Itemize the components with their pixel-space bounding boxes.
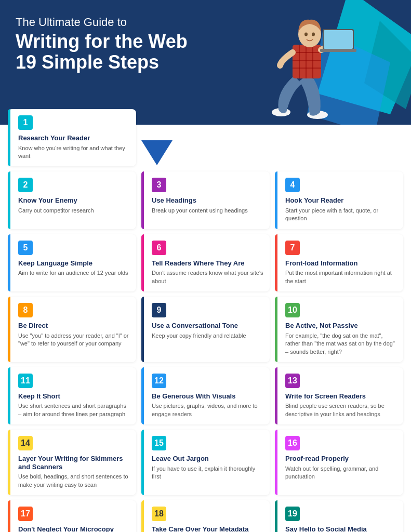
step-title-12: Be Generous With Visuals — [152, 392, 263, 401]
step-badge-14: 14 — [18, 436, 33, 450]
step-badge-12: 12 — [152, 374, 166, 388]
step-title-9: Use a Conversational Tone — [152, 322, 263, 330]
step-card-2: 2 Know Your Enemy Carry out competitor r… — [8, 171, 136, 229]
step-card-4: 4 Hook Your Reader Start your piece with… — [275, 171, 403, 229]
svg-rect-13 — [324, 30, 353, 49]
step-desc-1: Know who you're writing for and what the… — [18, 144, 130, 161]
step-title-15: Leave Out Jargon — [152, 455, 263, 463]
step-card-13: 13 Write for Screen Readers Blind people… — [275, 367, 403, 424]
step-card-1: 1 Research Your Reader Know who you're w… — [8, 109, 136, 166]
step-card-16: 16 Proof-read Properly Watch out for spe… — [275, 430, 403, 495]
card-bar-6 — [141, 234, 144, 291]
step-card-3: 3 Use Headings Break up your content usi… — [141, 171, 270, 229]
header-person — [266, 3, 359, 125]
step-title-3: Use Headings — [152, 196, 263, 205]
step-title-1: Research Your Reader — [18, 134, 130, 142]
step-desc-5: Aim to write for an audience of 12 year … — [18, 269, 130, 277]
step-card-14: 14 Layer Your Writing for Skimmers and S… — [8, 430, 136, 495]
step-card-17: 17 Don't Neglect Your Microcopy It's sma… — [8, 500, 136, 532]
step-title-10: Be Active, Not Passive — [285, 322, 397, 330]
svg-point-17 — [312, 33, 315, 36]
card-bar-16 — [275, 430, 277, 495]
step-title-18: Take Care Over Your Metadata — [152, 525, 263, 532]
step-desc-2: Carry out competitor research — [18, 207, 130, 215]
step-card-6: 6 Tell Readers Where They Are Don't assu… — [141, 234, 270, 291]
step-title-19: Say Hello to Social Media — [285, 525, 397, 532]
step-title-13: Write for Screen Readers — [285, 392, 397, 401]
step-desc-11: Use short sentences and short paragraphs… — [18, 402, 130, 418]
step-badge-1: 1 — [18, 115, 33, 130]
step-desc-12: Use pictures, graphs, videos, and more t… — [152, 402, 263, 418]
step-title-14: Layer Your Writing for Skimmers and Scan… — [18, 455, 130, 471]
step-desc-6: Don't assume readers know what your site… — [152, 269, 263, 285]
card-bar-13 — [275, 367, 277, 424]
card-bar-11 — [8, 367, 10, 424]
step-badge-8: 8 — [18, 303, 33, 317]
step-card-5: 5 Keep Language Simple Aim to write for … — [8, 234, 136, 291]
header-main-title: Writing for the Web 19 Simple Steps — [16, 31, 234, 72]
card-bar-15 — [141, 430, 144, 495]
steps-area: 1 Research Your Reader Know who you're w… — [0, 109, 411, 532]
card-bar-19 — [275, 500, 277, 532]
card-bar-3 — [141, 171, 144, 229]
step-badge-4: 4 — [285, 178, 300, 192]
header-title: The Ultimate Guide to Writing for the We… — [16, 16, 234, 72]
step-card-15: 15 Leave Out Jargon If you have to use i… — [141, 430, 270, 495]
step-badge-5: 5 — [18, 241, 33, 255]
card-bar-9 — [141, 297, 144, 362]
step-card-7: 7 Front-load Information Put the most im… — [275, 234, 403, 291]
step-title-11: Keep It Short — [18, 392, 130, 401]
card-bar-1 — [8, 109, 10, 166]
card-bar-2 — [8, 171, 10, 229]
card-bar-17 — [8, 500, 10, 532]
row-2: 2 Know Your Enemy Carry out competitor r… — [8, 171, 403, 229]
person-illustration — [266, 3, 359, 123]
step-badge-13: 13 — [285, 374, 300, 388]
step-badge-3: 3 — [152, 178, 166, 192]
step-title-7: Front-load Information — [285, 259, 397, 268]
card-bar-10 — [275, 297, 277, 362]
step-badge-10: 10 — [285, 303, 300, 317]
row-3: 5 Keep Language Simple Aim to write for … — [8, 234, 403, 291]
step-badge-17: 17 — [18, 507, 33, 521]
step-title-16: Proof-read Properly — [285, 455, 397, 463]
step-desc-7: Put the most important information right… — [285, 269, 397, 285]
step-desc-9: Keep your copy friendly and relatable — [152, 332, 263, 340]
step-badge-9: 9 — [152, 303, 166, 317]
step-title-5: Keep Language Simple — [18, 259, 130, 268]
step-desc-14: Use bold, headings, and short sentences … — [18, 473, 130, 489]
step-desc-3: Break up your content using headings — [152, 207, 263, 215]
blue-arrow — [141, 140, 173, 166]
step-card-9: 9 Use a Conversational Tone Keep your co… — [141, 297, 270, 362]
step-card-18: 18 Take Care Over Your Metadata Meta tit… — [141, 500, 270, 532]
step-title-2: Know Your Enemy — [18, 196, 130, 205]
card-bar-14 — [8, 430, 10, 495]
card-bar-18 — [141, 500, 144, 532]
row-6: 14 Layer Your Writing for Skimmers and S… — [8, 430, 403, 495]
header-subtitle: The Ultimate Guide to — [16, 16, 234, 29]
step-badge-15: 15 — [152, 436, 166, 450]
step-card-19: 19 Say Hello to Social Media Share acros… — [275, 500, 403, 532]
row-7: 17 Don't Neglect Your Microcopy It's sma… — [8, 500, 403, 532]
step-desc-13: Blind people use screen readers, so be d… — [285, 402, 397, 418]
step-badge-6: 6 — [152, 241, 166, 255]
step-badge-18: 18 — [152, 507, 166, 521]
step-title-17: Don't Neglect Your Microcopy — [18, 525, 130, 532]
step-desc-4: Start your piece with a fact, quote, or … — [285, 207, 397, 223]
svg-rect-5 — [293, 45, 321, 78]
step-desc-8: Use "you" to address your reader, and "I… — [18, 332, 130, 348]
header: The Ultimate Guide to Writing for the We… — [0, 0, 411, 125]
step-badge-16: 16 — [285, 436, 300, 450]
step-desc-15: If you have to use it, explain it thorou… — [152, 465, 263, 481]
svg-point-16 — [304, 33, 308, 36]
step-title-4: Hook Your Reader — [285, 196, 397, 205]
svg-marker-18 — [141, 140, 173, 165]
card-bar-12 — [141, 367, 144, 424]
row-5: 11 Keep It Short Use short sentences and… — [8, 367, 403, 424]
card-bar-4 — [275, 171, 277, 229]
svg-rect-14 — [320, 49, 356, 52]
step-card-12: 12 Be Generous With Visuals Use pictures… — [141, 367, 270, 424]
card-bar-8 — [8, 297, 10, 362]
step-desc-10: For example, "the dog sat on the mat", r… — [285, 332, 397, 356]
step-card-8: 8 Be Direct Use "you" to address your re… — [8, 297, 136, 362]
